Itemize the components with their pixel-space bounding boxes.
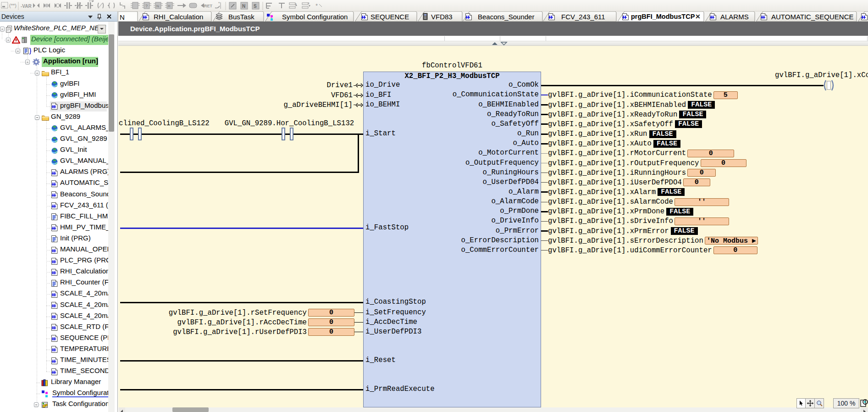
svg-text:*: * <box>315 2 318 9</box>
svg-text:-VAR: -VAR <box>21 4 32 9</box>
svg-text:N: N <box>156 4 159 8</box>
svg-text:*: * <box>295 3 297 8</box>
svg-text:N: N <box>242 4 245 9</box>
svg-text:R: R <box>168 4 171 8</box>
svg-text:S: S <box>254 4 257 9</box>
svg-text:?: ? <box>145 4 148 8</box>
svg-text:(**): (**) <box>9 3 17 8</box>
svg-text:RET: RET <box>204 4 213 8</box>
svg-text:*: * <box>218 1 220 6</box>
